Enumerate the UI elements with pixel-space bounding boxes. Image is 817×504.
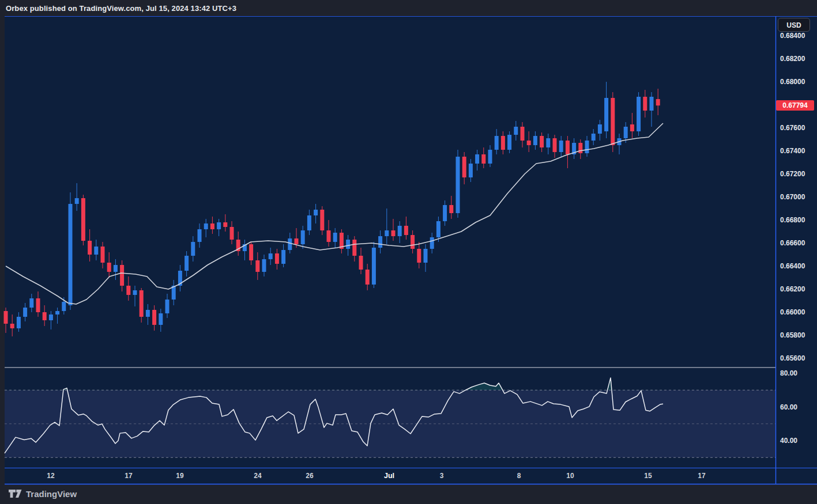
tradingview-logo-text: TradingView [26, 489, 77, 499]
candle-body [62, 302, 66, 311]
time-axis-label-8: 8 [507, 472, 530, 480]
currency-usd-button[interactable]: USD [778, 18, 810, 32]
candle-body [295, 238, 299, 244]
price-axis-label: 0.67200 [780, 169, 816, 179]
candle-body [514, 127, 518, 135]
price-axis-label: 0.66200 [780, 285, 816, 294]
candle-body [521, 127, 525, 141]
time-axis-label-17: 17 [690, 472, 713, 480]
time-axis-label-10: 10 [559, 472, 582, 480]
candle-body [314, 210, 318, 215]
candle-body [578, 143, 582, 153]
candle-body [372, 248, 376, 285]
candle-body [359, 256, 363, 270]
candle-body [501, 136, 505, 150]
candle-body [436, 221, 440, 237]
candle-body [527, 141, 531, 145]
time-axis-label-19: 19 [168, 472, 191, 480]
candle-body [643, 97, 647, 111]
candle-body [107, 263, 111, 272]
price-axis-label: 0.66400 [780, 262, 816, 271]
candle-body [417, 249, 421, 263]
candle-body [352, 240, 356, 256]
candle-body [281, 250, 285, 264]
price-axis-label: 0.66600 [780, 238, 816, 248]
candle-body [223, 222, 227, 227]
candle-body [475, 154, 479, 164]
candle-body [495, 136, 499, 150]
candle-body [630, 124, 634, 131]
last-price-label: 0.67794 [776, 100, 814, 111]
tradingview-logo-icon [9, 490, 22, 498]
candle-body [656, 99, 660, 105]
time-axis-label-17: 17 [117, 472, 140, 480]
candle-body [301, 230, 305, 244]
candle-body [94, 247, 98, 255]
candle-body [404, 226, 408, 235]
candle-body [611, 98, 615, 145]
candle-body [217, 222, 221, 229]
candle-body [49, 314, 53, 320]
candle-body [75, 198, 79, 204]
candle-body [533, 136, 537, 145]
time-axis-label-24: 24 [246, 472, 269, 480]
candle-body [540, 136, 544, 147]
candle-body [650, 97, 654, 111]
candle-body [566, 141, 570, 154]
candle-body [249, 244, 253, 260]
price-axis-label: 0.68200 [780, 54, 816, 63]
time-axis-label-jul: Jul [378, 472, 401, 480]
candle-body [327, 230, 331, 242]
candle-body [592, 134, 596, 141]
candle-body [36, 298, 40, 312]
candle-body [120, 265, 124, 286]
candle-body [288, 238, 292, 250]
price-axis-label: 0.66800 [780, 215, 816, 225]
time-axis-label-12: 12 [39, 472, 62, 480]
rsi-axis-label: 60.00 [780, 403, 816, 412]
candle-body [598, 124, 602, 134]
price-axis-label: 0.66000 [780, 308, 816, 317]
candle-body [624, 127, 628, 138]
candle-body [320, 210, 324, 230]
candle-body [126, 286, 130, 295]
price-axis-label: 0.68000 [780, 77, 816, 86]
price-axis-label: 0.67000 [780, 192, 816, 202]
candle-body [411, 235, 415, 249]
candle-body [210, 223, 214, 229]
candle-body [88, 241, 92, 255]
candle-body [146, 310, 150, 317]
candle-body [165, 300, 170, 313]
candle-body [81, 198, 85, 241]
candle-body [10, 324, 14, 328]
candle-body [637, 97, 641, 131]
candle-body [469, 164, 473, 177]
rsi-axis-label: 80.00 [780, 369, 816, 378]
candle-body [269, 253, 273, 259]
candle-body [449, 205, 453, 213]
price-axis-label: 0.65800 [780, 331, 816, 340]
candle-body [29, 298, 33, 308]
candle-body [159, 313, 163, 325]
chart-canvas[interactable] [0, 0, 817, 504]
price-axis-label: 0.65600 [780, 354, 816, 363]
rsi-axis-label: 40.00 [780, 436, 816, 445]
candle-body [204, 223, 208, 229]
candle-body [307, 215, 311, 230]
candle-body [43, 312, 47, 320]
candle-body [391, 230, 396, 236]
candle-body [133, 290, 137, 295]
candle-body [152, 310, 156, 325]
time-axis-label-15: 15 [637, 472, 660, 480]
candle-body [262, 259, 266, 272]
candle-body [230, 227, 234, 240]
candle-body [378, 236, 382, 248]
candle-body [191, 242, 195, 256]
candle-body [559, 141, 563, 152]
candle-body [456, 157, 460, 213]
candle-body [546, 138, 550, 147]
tradingview-logo[interactable]: TradingView [9, 487, 77, 501]
candle-body [507, 135, 511, 150]
candle-body [346, 240, 350, 249]
candle-body [424, 249, 428, 263]
